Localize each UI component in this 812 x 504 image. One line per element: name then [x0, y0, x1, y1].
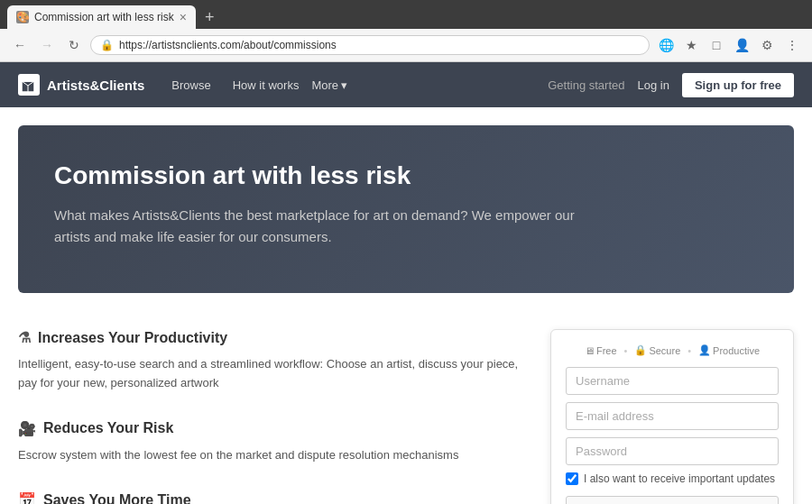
- productive-icon: 👤: [698, 344, 711, 356]
- hero-title: Commission art with less risk: [54, 161, 758, 190]
- updates-checkbox[interactable]: [566, 472, 578, 485]
- updates-label: I also want to receive important updates: [584, 472, 775, 485]
- free-icon: 🖥: [585, 345, 595, 356]
- feature-risk: 🎥 Reduces Your Risk Escrow system with t…: [18, 420, 532, 465]
- browser-tab[interactable]: 🎨 Commission art with less risk ×: [7, 5, 196, 29]
- back-button[interactable]: ←: [9, 34, 31, 56]
- feature-time: 📅 Saves You More Time Standardized, on-s…: [18, 491, 532, 504]
- more-dropdown[interactable]: More ▾: [311, 78, 347, 92]
- page-content: Artists&Clients Browse How it works More…: [0, 62, 812, 504]
- site-header: Artists&Clients Browse How it works More…: [0, 62, 812, 107]
- captcha-widget[interactable]: I'm not a robot reCAPTCHA Privacy - Term…: [566, 496, 779, 504]
- how-it-works-link[interactable]: How it works: [224, 73, 309, 97]
- account-icon[interactable]: 👤: [731, 34, 752, 56]
- email-input[interactable]: [566, 402, 779, 430]
- translate-icon[interactable]: 🌐: [655, 34, 677, 56]
- browser-actions: 🌐 ★ □ 👤 ⚙ ⋮: [655, 34, 803, 56]
- signup-meta: 🖥 Free • 🔒 Secure • 👤 Productive: [566, 344, 779, 356]
- svg-marker-1: [22, 77, 34, 81]
- username-input[interactable]: [566, 367, 779, 395]
- new-tab-button[interactable]: +: [199, 6, 220, 29]
- browser-window: 🎨 Commission art with less risk × + ← → …: [0, 0, 812, 504]
- site-navigation: Browse How it works More ▾: [162, 73, 530, 97]
- feature-productivity-desc: Intelligent, easy-to-use search and a st…: [18, 355, 532, 393]
- cast-icon[interactable]: □: [706, 34, 727, 56]
- productivity-icon: ⚗: [18, 329, 31, 346]
- bookmark-icon[interactable]: ★: [680, 34, 702, 56]
- updates-checkbox-row: I also want to receive important updates: [566, 472, 779, 485]
- logo-icon: [18, 74, 40, 96]
- feature-time-title: 📅 Saves You More Time: [18, 491, 532, 504]
- signup-card: 🖥 Free • 🔒 Secure • 👤 Productive: [550, 329, 794, 504]
- lock-icon: 🔒: [100, 39, 114, 51]
- log-in-link[interactable]: Log in: [638, 78, 669, 92]
- address-bar[interactable]: 🔒 https://artistsnclients.com/about/comm…: [90, 35, 650, 55]
- risk-icon: 🎥: [18, 420, 36, 437]
- meta-dot-2: •: [687, 345, 691, 356]
- header-right-actions: Getting started Log in Sign up for free: [548, 73, 794, 97]
- logo[interactable]: Artists&Clients: [18, 74, 144, 96]
- hero-section: Commission art with less risk What makes…: [18, 125, 794, 293]
- tab-title: Commission art with less risk: [34, 11, 174, 23]
- meta-secure: 🔒 Secure: [634, 344, 680, 356]
- secure-icon: 🔒: [634, 344, 647, 356]
- logo-text: Artists&Clients: [47, 78, 144, 93]
- password-input[interactable]: [566, 437, 779, 465]
- feature-risk-title: 🎥 Reduces Your Risk: [18, 420, 532, 437]
- menu-icon[interactable]: ⋮: [781, 34, 803, 56]
- url-text: https://artistsnclients.com/about/commis…: [119, 39, 640, 51]
- feature-productivity-title: ⚗ Increases Your Productivity: [18, 329, 532, 346]
- feature-risk-desc: Escrow system with the lowest fee on the…: [18, 446, 532, 465]
- tab-favicon: 🎨: [16, 11, 29, 23]
- main-content: ⚗ Increases Your Productivity Intelligen…: [0, 311, 812, 504]
- reload-button[interactable]: ↻: [63, 34, 85, 56]
- forward-button[interactable]: →: [36, 34, 58, 56]
- tab-close-button[interactable]: ×: [180, 10, 187, 24]
- features-list: ⚗ Increases Your Productivity Intelligen…: [18, 329, 532, 504]
- tab-bar: 🎨 Commission art with less risk × +: [0, 0, 812, 29]
- meta-dot-1: •: [624, 345, 628, 356]
- meta-productive: 👤 Productive: [698, 344, 760, 356]
- sign-up-button[interactable]: Sign up for free: [682, 73, 794, 97]
- time-icon: 📅: [18, 491, 36, 504]
- extensions-icon[interactable]: ⚙: [756, 34, 778, 56]
- browse-link[interactable]: Browse: [162, 73, 219, 97]
- address-bar-row: ← → ↻ 🔒 https://artistsnclients.com/abou…: [0, 29, 812, 62]
- hero-description: What makes Artists&Clients the best mark…: [54, 205, 577, 248]
- meta-free: 🖥 Free: [585, 345, 617, 356]
- getting-started-link[interactable]: Getting started: [548, 78, 624, 92]
- feature-productivity: ⚗ Increases Your Productivity Intelligen…: [18, 329, 532, 393]
